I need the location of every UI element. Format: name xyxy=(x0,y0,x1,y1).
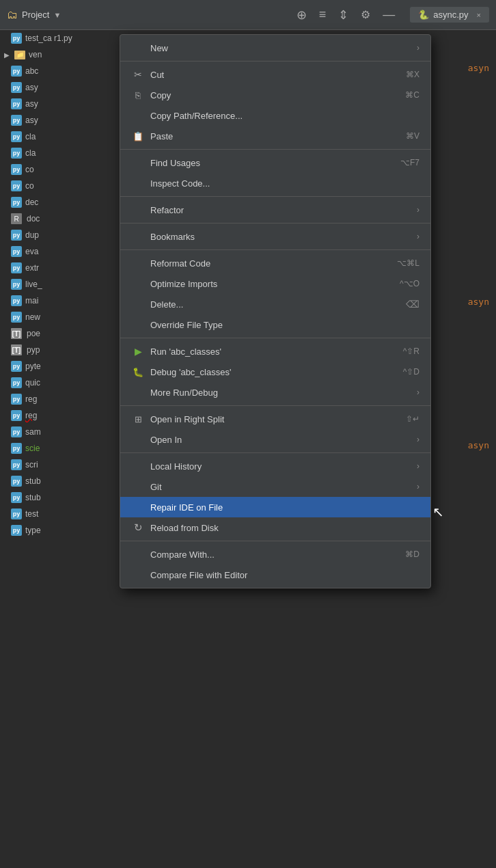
list-item[interactable]: R doc xyxy=(0,211,119,227)
crosshair-icon[interactable]: ⊕ xyxy=(297,8,307,23)
menu-item-open-split[interactable]: ⊞ Open in Right Split ⇧↵ xyxy=(120,409,430,429)
menu-item-label: Git xyxy=(150,482,411,492)
menu-item-open-in[interactable]: Open In › xyxy=(120,429,430,450)
list-item[interactable]: [T] poe xyxy=(0,325,119,342)
menu-item-more-run[interactable]: More Run/Debug › xyxy=(120,382,430,403)
menu-item-label: More Run/Debug xyxy=(150,388,411,398)
menu-item-compare-with[interactable]: Compare With... ⌘D xyxy=(120,544,430,565)
python-file-icon: py xyxy=(11,525,22,536)
file-name: stub xyxy=(25,493,41,502)
menu-item-copy[interactable]: ⎘ Copy ⌘C xyxy=(120,85,430,105)
list-item[interactable]: py eva xyxy=(0,243,119,260)
list-item[interactable]: py test xyxy=(0,506,119,522)
list-item[interactable]: py cla xyxy=(0,128,119,145)
menu-item-bookmarks[interactable]: Bookmarks › xyxy=(120,226,430,247)
list-item[interactable]: py abc xyxy=(0,63,119,79)
menu-item-copy-path[interactable]: Copy Path/Reference... xyxy=(120,105,430,126)
menu-item-label: Copy xyxy=(150,90,405,100)
list-item[interactable]: py asy xyxy=(0,112,119,128)
gear-icon[interactable]: ⚙ xyxy=(361,8,370,21)
menu-separator xyxy=(120,338,430,338)
list-item[interactable]: py quic xyxy=(0,375,119,391)
menu-item-refactor[interactable]: Refactor › xyxy=(120,200,430,220)
list-item[interactable]: [T] pyp xyxy=(0,342,119,358)
menu-item-new[interactable]: New › xyxy=(120,38,430,58)
menu-item-run[interactable]: ▶ Run 'abc_classes' ^⇧R xyxy=(120,341,430,362)
list-item[interactable]: py stub xyxy=(0,489,119,506)
menu-item-git[interactable]: Git › xyxy=(120,476,430,497)
python-file-icon: py xyxy=(11,361,22,372)
list-item[interactable]: py dec xyxy=(0,194,119,211)
menu-item-label: Compare File with Editor xyxy=(150,570,419,580)
menu-separator xyxy=(120,249,430,250)
cut-icon: ✂ xyxy=(131,69,145,80)
shortcut-label: ⌘V xyxy=(406,131,419,141)
minus-icon[interactable]: — xyxy=(383,8,395,22)
list-item[interactable]: py sam xyxy=(0,424,119,440)
menu-item-delete[interactable]: Delete... ⌫ xyxy=(120,294,430,314)
list-item[interactable]: py scie xyxy=(0,440,119,457)
list-item[interactable]: py dup xyxy=(0,227,119,243)
editor-tab[interactable]: 🐍 async.py × xyxy=(410,7,489,23)
python-file-icon: py xyxy=(11,377,22,388)
python-file-icon: py xyxy=(11,410,22,421)
list-item[interactable]: py mai xyxy=(0,293,119,309)
menu-item-optimize[interactable]: Optimize Imports ^⌥O xyxy=(120,273,430,294)
list-item[interactable]: py pyte xyxy=(0,358,119,375)
chevron-down-icon[interactable]: ▼ xyxy=(53,11,61,19)
list-item[interactable]: py cla xyxy=(0,145,119,161)
list-item[interactable]: py co xyxy=(0,178,119,194)
file-name: abc xyxy=(25,66,38,76)
list-item[interactable]: py asy xyxy=(0,79,119,96)
menu-item-compare-editor[interactable]: Compare File with Editor xyxy=(120,565,430,585)
list-item[interactable]: py stub xyxy=(0,473,119,489)
list-item[interactable]: py co xyxy=(0,161,119,178)
python-file-icon: py xyxy=(11,164,22,175)
menu-item-reload[interactable]: ↻ Reload from Disk xyxy=(120,517,430,538)
menu-item-paste[interactable]: 📋 Paste ⌘V xyxy=(120,126,430,146)
menu-separator xyxy=(120,196,430,197)
rst-file-icon: R xyxy=(11,213,22,224)
menu-item-label: Copy Path/Reference... xyxy=(150,111,419,121)
menu-item-cut[interactable]: ✂ Cut ⌘X xyxy=(120,64,430,85)
menu-item-inspect-code[interactable]: Inspect Code... xyxy=(120,173,430,193)
file-tree: py test_ca r1.py ▶ 📁 ven py abc py asy p… xyxy=(0,30,119,868)
python-file-icon: py xyxy=(11,312,22,323)
menu-item-label: Reformat Code xyxy=(150,258,397,269)
list-item[interactable]: py extr xyxy=(0,260,119,276)
menu-item-local-history[interactable]: Local History › xyxy=(120,456,430,476)
menu-item-repair-ide[interactable]: Repair IDE on File ↖ xyxy=(120,497,430,517)
python-file-icon: py xyxy=(11,394,22,405)
project-label[interactable]: Project xyxy=(22,10,49,20)
list-item[interactable]: py test_ca r1.py xyxy=(0,30,119,46)
list-item[interactable]: ▶ 📁 ven xyxy=(0,46,119,63)
menu-item-reformat[interactable]: Reformat Code ⌥⌘L xyxy=(120,253,430,273)
python-file-icon: py xyxy=(11,262,22,273)
menu-item-label: Cut xyxy=(150,70,406,80)
async-label-3: asyn xyxy=(468,440,489,450)
list-item[interactable]: py live_ xyxy=(0,276,119,293)
menu-item-debug[interactable]: 🐛 Debug 'abc_classes' ^⇧D xyxy=(120,362,430,382)
list-item[interactable]: py type xyxy=(0,522,119,539)
file-name: mai xyxy=(25,296,38,306)
menu-separator xyxy=(120,405,430,406)
split-icon[interactable]: ⇕ xyxy=(338,8,348,23)
list-item[interactable]: py new xyxy=(0,309,119,325)
file-name: sam xyxy=(25,427,41,437)
menu-item-override-file-type[interactable]: Override File Type xyxy=(120,314,430,335)
list-item[interactable]: py scri xyxy=(0,457,119,473)
menu-item-label: Refactor xyxy=(150,205,411,215)
shortcut-label: ^⇧R xyxy=(403,347,419,356)
python-file-icon: py xyxy=(11,131,22,142)
file-name: co xyxy=(25,165,34,174)
tab-close-button[interactable]: × xyxy=(477,11,481,19)
list-item[interactable]: py reg xyxy=(0,391,119,407)
list-item[interactable]: py asy xyxy=(0,96,119,112)
menu-separator xyxy=(120,61,430,62)
top-bar: 🗂 Project ▼ ⊕ ≡ ⇕ ⚙ — 🐍 async.py × xyxy=(0,0,496,30)
list-item[interactable]: py reg xyxy=(0,407,119,424)
menu-item-find-usages[interactable]: Find Usages ⌥F7 xyxy=(120,152,430,173)
file-name: asy xyxy=(25,83,38,92)
python-file-icon: py xyxy=(11,426,22,437)
align-icon[interactable]: ≡ xyxy=(319,8,327,22)
